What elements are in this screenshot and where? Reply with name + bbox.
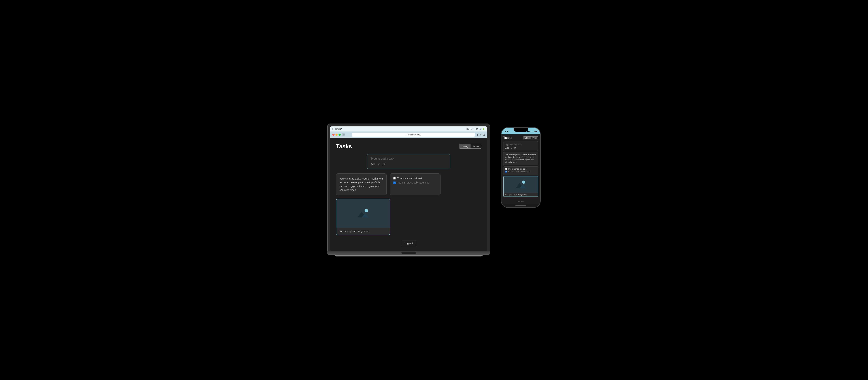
menubar-icons: 🔊 🔋 <box>479 128 485 130</box>
menubar-time: Sun 1:44 PM <box>466 128 478 130</box>
laptop-base <box>327 251 490 255</box>
phone-status-icons: ●●● ▲ ▮▮▮ <box>527 130 537 132</box>
home-bar[interactable] <box>515 205 526 206</box>
task-card-checklist: This is a checklist task You can cross s… <box>390 173 440 196</box>
phone-url-label: localhost <box>518 201 524 203</box>
phone-bottom-bar: localhost <box>501 200 540 204</box>
checklist-checkbox-1[interactable] <box>393 177 396 179</box>
traffic-lights <box>332 134 341 136</box>
task-card-text: You can drag tasks around, mark them as … <box>336 173 386 196</box>
checklist-label-1: This is a checklist task <box>397 177 422 180</box>
app-content: Tasks Doing Done Add ☑ 🖼 <box>330 138 487 251</box>
scene:  Finder Sun 1:44 PM 🔊 🔋 ⊞ <box>327 124 541 256</box>
address-text: localhost:3000 <box>408 134 421 136</box>
logout-button[interactable]: Log out <box>401 241 416 246</box>
landscape-icon <box>356 208 370 219</box>
phone-page-title: Tasks <box>503 136 512 140</box>
sidebar-toggle-icon[interactable]: ⊞ <box>342 133 345 136</box>
checklist-icon[interactable]: ☑ <box>378 163 380 166</box>
add-task-input[interactable] <box>371 157 447 160</box>
phone-image-placeholder <box>504 176 538 193</box>
phone-body: 2:11 ●●● ▲ ▮▮▮ Tasks Doing Done <box>501 127 541 208</box>
phone-checklist-item-2: You can cross sub-tasks out <box>505 171 536 173</box>
tabs-icon[interactable]: ⊞ <box>483 133 485 136</box>
phone-notch <box>514 128 528 132</box>
laptop-foot <box>335 255 483 256</box>
image-upload-icon[interactable]: 🖼 <box>383 163 385 166</box>
image-caption-text: You can upload images too <box>339 230 369 233</box>
laptop-screen:  Finder Sun 1:44 PM 🔊 🔋 ⊞ <box>330 127 487 251</box>
svg-point-1 <box>365 209 368 212</box>
app-header: Tasks Doing Done <box>336 143 482 150</box>
phone-add-task-button[interactable]: Add <box>505 147 509 149</box>
laptop-toolbar: ⊞ ✓ localhost:3000 ⬆ + ⊞ <box>330 132 487 138</box>
laptop-body:  Finder Sun 1:44 PM 🔊 🔋 ⊞ <box>327 124 490 251</box>
phone-task-card-text: You can drag tasks around, mark them as … <box>503 152 538 165</box>
laptop:  Finder Sun 1:44 PM 🔊 🔋 ⊞ <box>327 124 490 256</box>
phone-task-card-checklist: This is a checklist task You can cross s… <box>503 166 538 175</box>
image-caption: You can upload images too <box>336 228 390 235</box>
checklist-label-2: You can cross sub-tasks out <box>397 181 429 184</box>
signal-icon: ●●● <box>527 130 530 132</box>
phone-app-content: Tasks Doing Done Add ☑ 🖼 <box>501 134 540 200</box>
phone-add-task-actions: Add ☑ 🖼 <box>505 147 536 149</box>
phone-checklist-icon[interactable]: ☑ <box>511 147 513 149</box>
phone-app-header: Tasks Doing Done <box>503 136 538 140</box>
laptop-menubar:  Finder Sun 1:44 PM 🔊 🔋 <box>330 127 487 132</box>
checklist-checkbox-2[interactable] <box>393 181 396 184</box>
toolbar-right-icons: ⬆ + ⊞ <box>476 133 485 136</box>
close-button[interactable] <box>332 134 335 136</box>
security-icon: ✓ <box>406 134 407 136</box>
phone-landscape-icon <box>514 180 528 189</box>
doing-toggle-button[interactable]: Doing <box>459 144 470 148</box>
status-toggle-group: Doing Done <box>459 144 482 149</box>
phone-image-icon[interactable]: 🖼 <box>514 147 516 149</box>
phone-checklist-checkbox-2[interactable] <box>505 171 507 172</box>
maximize-button[interactable] <box>339 134 341 136</box>
done-toggle-button[interactable]: Done <box>470 144 481 148</box>
add-task-box: Add ☑ 🖼 <box>367 154 450 169</box>
page-title: Tasks <box>336 143 352 150</box>
task-text-content: You can drag tasks around, mark them as … <box>339 177 383 192</box>
phone-image-caption: You can upload images too <box>504 193 538 197</box>
address-bar[interactable]: ✓ localhost:3000 <box>352 133 475 137</box>
phone-checklist-checkbox-1[interactable] <box>505 168 507 170</box>
phone-add-task-box: Add ☑ 🖼 <box>503 141 538 151</box>
phone-done-toggle-button[interactable]: Done <box>531 137 538 139</box>
phone-task-text-content: You can drag tasks around, mark them as … <box>505 153 536 164</box>
battery-icon: ▮▮▮ <box>534 130 537 132</box>
phone-task-card-image: You can upload images too <box>503 176 538 197</box>
phone-checklist-label-1: This is a checklist task <box>508 168 526 170</box>
phone-add-task-input[interactable] <box>505 144 536 146</box>
checklist-item-2: You can cross sub-tasks out <box>393 181 437 184</box>
phone-time: 2:11 <box>505 130 509 133</box>
minimize-button[interactable] <box>336 134 338 136</box>
phone-home-indicator <box>501 204 540 207</box>
phone-doing-toggle-button[interactable]: Doing <box>523 137 531 139</box>
phone: 2:11 ●●● ▲ ▮▮▮ Tasks Doing Done <box>501 127 541 208</box>
menubar-right: Sun 1:44 PM 🔊 🔋 <box>466 128 485 130</box>
phone-status-toggle-group: Doing Done <box>523 136 538 139</box>
add-task-button[interactable]: Add <box>371 163 375 166</box>
phone-image-caption-text: You can upload images too <box>505 194 527 196</box>
logout-area: Log out <box>336 241 482 246</box>
new-tab-icon[interactable]: + <box>480 133 482 136</box>
phone-checklist-label-2: You can cross sub-tasks out <box>508 171 531 173</box>
add-task-actions: Add ☑ 🖼 <box>371 163 447 166</box>
share-icon[interactable]: ⬆ <box>476 133 478 136</box>
task-card-image: You can upload images too <box>336 199 390 235</box>
svg-point-5 <box>522 180 525 184</box>
phone-checklist-item-1: This is a checklist task <box>505 168 536 170</box>
checklist-item-1: This is a checklist task <box>393 177 437 180</box>
tasks-grid: You can drag tasks around, mark them as … <box>336 173 482 235</box>
menubar-app-name: Finder <box>335 128 342 130</box>
laptop-camera-notch <box>401 252 416 254</box>
wifi-icon: ▲ <box>531 130 533 132</box>
apple-icon:  <box>332 128 333 130</box>
image-placeholder <box>336 199 390 228</box>
